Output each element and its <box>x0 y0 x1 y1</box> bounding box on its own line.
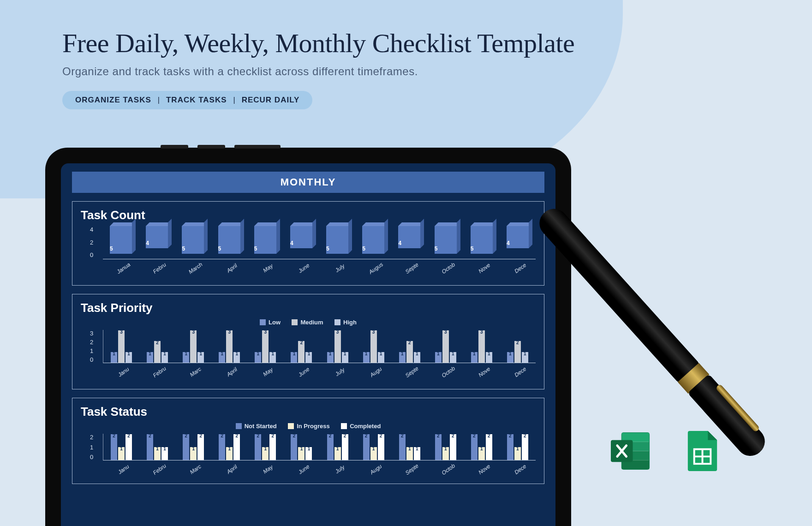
priority-bar: 1 <box>450 352 456 363</box>
legend-item: Medium <box>292 319 323 326</box>
bar-value-label: 1 <box>199 351 202 356</box>
bar-slot: 5 <box>355 226 391 259</box>
bar-value-label: 1 <box>480 446 483 451</box>
y-tick: 1 <box>90 347 93 354</box>
y-axis: 2 1 0 <box>90 434 93 460</box>
task-priority-panel: Task Priority Low Medium High 3 2 1 0 13… <box>72 294 544 389</box>
bar-value-label: 3 <box>336 329 339 335</box>
bar-value-label: 2 <box>524 433 526 438</box>
bar-value-label: 3 <box>444 329 447 335</box>
bar-group: 131 <box>247 330 283 363</box>
legend-item: Low <box>260 319 281 326</box>
task-status-chart: 2 1 0 2122112122122122112122122112122122… <box>94 434 536 475</box>
bar-group: 212 <box>211 434 247 460</box>
tablet-screen: MONTHLY Task Count 4 2 0 545554554554 Ja… <box>61 163 555 526</box>
bar-slot: 5 <box>319 226 355 259</box>
bar-value-label: 2 <box>380 433 382 438</box>
legend-item: In Progress <box>288 423 330 430</box>
status-bar: 1 <box>406 447 413 460</box>
bar-slot: 5 <box>428 226 464 259</box>
status-bar: 2 <box>450 434 456 460</box>
task-count-bar: 5 <box>254 226 276 254</box>
y-tick: 3 <box>90 330 93 337</box>
bar-value-label: 1 <box>235 351 238 356</box>
bar-group: 211 <box>392 434 428 460</box>
bar-slot: 5 <box>247 226 283 259</box>
tag-pill-group: ORGANIZE TASKS | TRACK TASKS | RECUR DAI… <box>62 91 312 109</box>
priority-bar: 1 <box>399 352 406 363</box>
task-count-bar: 4 <box>146 226 168 248</box>
bar-value-label: 1 <box>401 351 404 356</box>
task-count-bar: 5 <box>362 226 384 254</box>
bar-value-label: 1 <box>336 446 339 451</box>
priority-bar: 1 <box>233 352 240 363</box>
bar-value-label: 2 <box>149 433 151 438</box>
status-bar: 1 <box>226 447 233 460</box>
y-tick: 2 <box>90 339 93 346</box>
status-bar: 1 <box>442 447 449 460</box>
bar-slot: 5 <box>211 226 247 259</box>
bar-value-label: 5 <box>362 245 365 252</box>
priority-bar: 1 <box>219 352 225 363</box>
priority-bar: 1 <box>471 352 478 363</box>
bar-value-label: 1 <box>264 446 267 451</box>
y-axis: 4 2 0 <box>90 226 93 258</box>
bar-slot: 4 <box>500 226 536 259</box>
task-count-bar: 4 <box>290 226 312 248</box>
bar-group: 121 <box>500 330 536 363</box>
bar-value-label: 5 <box>110 245 113 252</box>
bar-value-label: 3 <box>264 329 267 335</box>
legend-item: High <box>334 319 357 326</box>
task-priority-title: Task Priority <box>81 301 536 315</box>
bar-value-label: 2 <box>272 433 275 438</box>
bar-group: 131 <box>356 330 392 363</box>
bar-value-label: 2 <box>329 433 332 438</box>
priority-bar: 1 <box>305 352 312 363</box>
bar-group: 131 <box>175 330 211 363</box>
bar-value-label: 1 <box>113 351 115 356</box>
bar-value-label: 1 <box>380 351 382 356</box>
status-legend: Not Started In Progress Completed <box>81 423 536 431</box>
bar-value-label: 1 <box>156 446 159 451</box>
bar-value-label: 1 <box>293 351 296 356</box>
status-bar: 2 <box>255 434 261 460</box>
y-tick: 4 <box>90 226 93 233</box>
bar-value-label: 4 <box>507 240 510 246</box>
bar-group: 121 <box>139 330 175 363</box>
bar-value-label: 1 <box>149 351 151 356</box>
tag-pill: TRACK TASKS <box>166 96 227 105</box>
status-bar: 1 <box>190 447 197 460</box>
task-count-title: Task Count <box>81 208 536 222</box>
status-bar: 2 <box>471 434 478 460</box>
task-count-bar: 4 <box>398 226 420 248</box>
bar-value-label: 3 <box>120 329 123 335</box>
y-tick: 1 <box>90 444 93 451</box>
bar-slot: 4 <box>391 226 427 259</box>
priority-bar: 2 <box>514 341 521 363</box>
bar-slot: 4 <box>139 226 175 259</box>
bar-slot: 5 <box>464 226 500 259</box>
status-bar: 2 <box>197 434 204 460</box>
priority-bar: 1 <box>147 352 153 363</box>
priority-bar: 3 <box>190 330 197 363</box>
priority-bar: 1 <box>342 352 348 363</box>
bar-value-label: 1 <box>192 446 195 451</box>
task-priority-chart: 3 2 1 0 13112113113113112113113112113113… <box>94 330 536 381</box>
bar-value-label: 2 <box>401 433 404 438</box>
bar-value-label: 1 <box>365 351 368 356</box>
bar-value-label: 1 <box>120 446 123 451</box>
bar-value-label: 1 <box>228 446 231 451</box>
bar-value-label: 3 <box>480 329 483 335</box>
bar-value-label: 2 <box>344 433 346 438</box>
legend-item: Not Started <box>236 423 277 430</box>
priority-bar: 1 <box>197 352 204 363</box>
status-bar: 2 <box>125 434 132 460</box>
bar-value-label: 2 <box>488 433 490 438</box>
google-sheets-icon <box>681 429 724 473</box>
bar-value-label: 5 <box>182 245 185 252</box>
tablet-power-button <box>234 145 281 149</box>
bar-value-label: 1 <box>516 446 519 451</box>
status-bar: 2 <box>522 434 528 460</box>
bar-value-label: 1 <box>488 351 490 356</box>
bar-group: 211 <box>283 434 319 460</box>
